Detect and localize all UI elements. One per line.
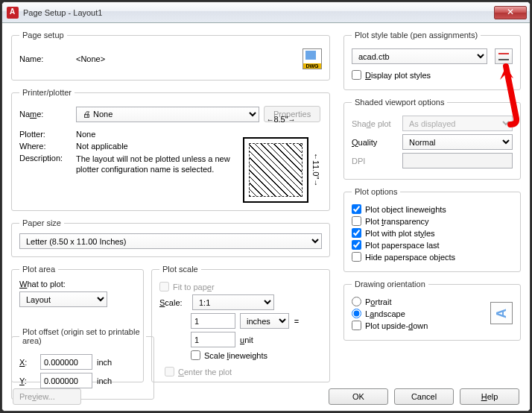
- printer-legend: Printer/plotter: [19, 88, 75, 97]
- cancel-button[interactable]: Cancel: [394, 388, 454, 405]
- shade-plot-select: As displayed: [402, 116, 513, 131]
- plotter-value: None: [76, 130, 95, 139]
- shaded-viewport-group: Shaded viewport options Shade plotAs dis…: [343, 98, 521, 180]
- fit-to-paper-label: Fit to paper: [173, 283, 215, 291]
- titlebar: Page Setup - Layout1 ✕: [2, 2, 530, 23]
- display-plot-styles-label: Display plot styles: [365, 71, 431, 80]
- window-title: Page Setup - Layout1: [23, 8, 494, 17]
- plot-lineweights-checkbox[interactable]: [352, 204, 361, 214]
- plot-style-legend: Plot style table (pen assignments): [352, 31, 481, 40]
- plot-with-styles-checkbox[interactable]: [352, 228, 361, 238]
- printer-name-select[interactable]: 🖨 None: [76, 107, 259, 122]
- plot-style-group: Plot style table (pen assignments) acad.…: [343, 31, 521, 90]
- close-button[interactable]: ✕: [494, 6, 527, 19]
- offset-x-unit: inch: [97, 358, 112, 367]
- plot-paperspace-last-checkbox[interactable]: [352, 240, 361, 250]
- shade-plot-label: Shade plot: [352, 119, 398, 128]
- paper-size-select[interactable]: Letter (8.50 x 11.00 Inches): [19, 233, 322, 249]
- offset-x-input[interactable]: [40, 354, 92, 370]
- where-value: Not applicable: [76, 142, 128, 151]
- page-setup-legend: Page setup: [19, 31, 67, 40]
- desc-value: The layout will not be plotted unless a …: [76, 154, 232, 175]
- paper-size-legend: Paper size: [19, 218, 64, 227]
- printer-group: Printer/plotter Name: 🖨 None Properties …: [11, 88, 330, 211]
- plot-transparency-checkbox[interactable]: [352, 216, 361, 226]
- shaded-viewport-legend: Shaded viewport options: [352, 98, 447, 107]
- quality-select[interactable]: Normal: [402, 134, 513, 150]
- plot-transparency-label: Plot transparency: [365, 217, 429, 226]
- orientation-legend: Drawing orientation: [352, 280, 428, 289]
- what-to-plot-select[interactable]: Layout: [19, 291, 107, 307]
- hide-paperspace-label: Hide paperspace objects: [365, 253, 455, 262]
- paper-dim-width: ←8.5"→: [240, 115, 322, 124]
- plotter-label: Plotter:: [19, 130, 72, 139]
- name-value: <None>: [76, 54, 143, 63]
- upside-down-label: Plot upside-down: [365, 321, 428, 330]
- equals-sign: =: [294, 317, 300, 326]
- portrait-radio[interactable]: [352, 297, 361, 306]
- scale-unit-label: unit: [240, 335, 289, 344]
- upside-down-checkbox[interactable]: [352, 321, 361, 330]
- plot-with-styles-label: Plot with plot styles: [365, 229, 435, 238]
- printer-name-label: Name:: [19, 110, 72, 119]
- scale-denominator-input[interactable]: [191, 332, 235, 347]
- plot-area-legend: Plot area: [19, 265, 58, 274]
- table-icon: [498, 53, 509, 60]
- help-button[interactable]: Help: [460, 388, 519, 405]
- landscape-radio[interactable]: [352, 309, 361, 318]
- offset-x-label: X:: [19, 358, 36, 367]
- plot-options-group: Plot options Plot object lineweights Plo…: [343, 187, 521, 272]
- scale-lineweights-label: Scale lineweights: [204, 351, 267, 360]
- plot-style-select[interactable]: acad.ctb: [352, 48, 487, 64]
- plot-offset-legend: Plot offset (origin set to printable are…: [19, 327, 146, 345]
- scale-numerator-input[interactable]: [191, 313, 235, 329]
- plot-scale-legend: Plot scale: [159, 265, 201, 274]
- preview-button: Preview...: [13, 388, 81, 405]
- scale-label: Scale:: [159, 298, 188, 307]
- landscape-label: Landscape: [365, 309, 405, 318]
- where-label: Where:: [19, 142, 72, 151]
- quality-label: Quality: [352, 138, 398, 147]
- what-to-plot-label: What to plot:: [19, 280, 136, 289]
- hide-paperspace-checkbox[interactable]: [352, 252, 361, 262]
- page-setup-group: Page setup Name: <None>: [11, 31, 330, 81]
- edit-plot-style-button[interactable]: [495, 48, 513, 64]
- offset-y-input[interactable]: [40, 373, 92, 388]
- portrait-label: Portrait: [365, 297, 391, 306]
- dwg-icon: [303, 48, 322, 69]
- ok-button[interactable]: OK: [329, 388, 388, 405]
- scale-lineweights-checkbox[interactable]: [191, 350, 200, 360]
- scale-unit-select[interactable]: inches: [240, 313, 289, 329]
- app-icon: [7, 7, 19, 19]
- page-setup-dialog: Page Setup - Layout1 ✕ Page setup Name: …: [1, 1, 531, 412]
- dpi-label: DPI: [352, 157, 398, 165]
- paper-preview: [243, 137, 308, 203]
- dpi-input: [402, 153, 513, 168]
- offset-y-label: Y:: [19, 376, 36, 385]
- display-plot-styles-checkbox[interactable]: [352, 70, 361, 80]
- name-label: Name:: [19, 54, 72, 63]
- plot-lineweights-label: Plot object lineweights: [365, 205, 446, 214]
- center-plot-checkbox: [165, 367, 174, 376]
- paper-size-group: Paper size Letter (8.50 x 11.00 Inches): [11, 218, 330, 257]
- fit-to-paper-checkbox: [159, 282, 169, 291]
- center-plot-label: Center the plot: [178, 368, 232, 376]
- plot-options-legend: Plot options: [352, 187, 400, 196]
- scale-select[interactable]: 1:1: [192, 294, 274, 310]
- plot-scale-group: Plot scale Fit to paper Scale: 1:1 inche…: [151, 265, 330, 382]
- offset-y-unit: inch: [97, 376, 112, 385]
- orientation-group: Drawing orientation Portrait Landscape P…: [343, 280, 521, 341]
- paper-dim-height: ←11.0"→: [311, 137, 320, 203]
- orientation-icon: A: [490, 302, 513, 324]
- desc-label: Description:: [19, 154, 72, 163]
- plot-paperspace-last-label: Plot paperspace last: [365, 241, 440, 250]
